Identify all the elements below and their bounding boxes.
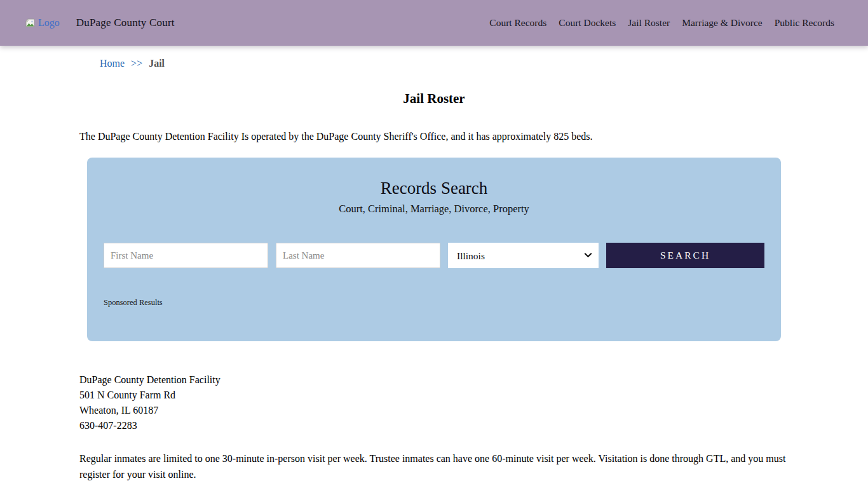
- records-search-subtitle: Court, Criminal, Marriage, Divorce, Prop…: [104, 203, 764, 215]
- nav-court-dockets[interactable]: Court Dockets: [559, 17, 616, 29]
- sponsored-results-label: Sponsored Results: [104, 298, 764, 308]
- facility-info: DuPage County Detention Facility 501 N C…: [79, 372, 789, 433]
- search-form-row: Illinois SEARCH: [104, 243, 764, 268]
- search-button[interactable]: SEARCH: [606, 243, 764, 268]
- facility-street: 501 N County Farm Rd: [79, 388, 789, 403]
- records-search-box: Records Search Court, Criminal, Marriage…: [87, 158, 781, 341]
- main-nav: Court Records Court Dockets Jail Roster …: [489, 17, 834, 29]
- first-name-input[interactable]: [104, 243, 268, 268]
- logo-alt-text: Logo: [38, 17, 60, 29]
- nav-public-records[interactable]: Public Records: [775, 17, 834, 29]
- last-name-input[interactable]: [276, 243, 440, 268]
- site-header: Logo DuPage County Court Court Records C…: [0, 0, 868, 46]
- facility-name: DuPage County Detention Facility: [79, 372, 789, 388]
- intro-paragraph: The DuPage County Detention Facility Is …: [79, 131, 789, 142]
- broken-image-icon: [25, 18, 36, 28]
- records-search-title: Records Search: [104, 179, 764, 198]
- breadcrumb: Home >> Jail: [100, 58, 789, 69]
- logo-link[interactable]: Logo: [25, 17, 60, 29]
- facility-city: Wheaton, IL 60187: [79, 403, 789, 418]
- state-select-wrap: Illinois: [448, 243, 599, 268]
- state-select[interactable]: Illinois: [448, 243, 599, 268]
- nav-marriage-divorce[interactable]: Marriage & Divorce: [682, 17, 763, 29]
- site-title: DuPage County Court: [76, 17, 175, 29]
- breadcrumb-separator: >>: [131, 58, 142, 69]
- nav-jail-roster[interactable]: Jail Roster: [628, 17, 670, 29]
- breadcrumb-home-link[interactable]: Home: [100, 58, 125, 69]
- visitation-paragraph: Regular inmates are limited to one 30-mi…: [79, 451, 789, 482]
- breadcrumb-current: Jail: [149, 58, 165, 69]
- facility-phone: 630-407-2283: [79, 418, 789, 433]
- page-title: Jail Roster: [79, 91, 789, 107]
- nav-court-records[interactable]: Court Records: [489, 17, 546, 29]
- main-content: Home >> Jail Jail Roster The DuPage Coun…: [79, 58, 789, 488]
